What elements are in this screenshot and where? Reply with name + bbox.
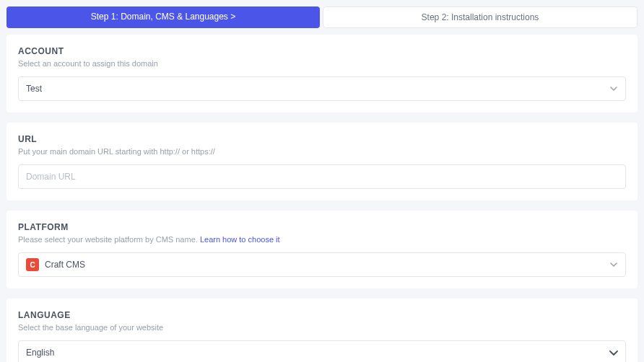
account-subtitle: Select an account to assign this domain (18, 59, 626, 68)
platform-subtitle-text: Please select your website platform by C… (18, 235, 200, 244)
language-title: LANGUAGE (18, 310, 626, 320)
account-card: ACCOUNT Select an account to assign this… (6, 35, 638, 112)
url-input-wrap (18, 164, 626, 189)
platform-select-value: Craft CMS (45, 260, 85, 270)
steps-nav: Step 1: Domain, CMS & Languages > Step 2… (0, 0, 644, 35)
chevron-down-icon (609, 260, 618, 269)
platform-select[interactable]: C Craft CMS (18, 252, 626, 277)
account-select-value: Test (26, 84, 42, 94)
platform-card: PLATFORM Please select your website plat… (6, 211, 638, 288)
language-subtitle: Select the base language of your website (18, 323, 626, 332)
url-subtitle: Put your main domain URL starting with h… (18, 147, 626, 156)
language-card: LANGUAGE Select the base language of you… (6, 299, 638, 362)
chevron-down-icon (609, 84, 618, 93)
platform-subtitle: Please select your website platform by C… (18, 235, 626, 244)
account-select[interactable]: Test (18, 76, 626, 101)
chevron-down-icon (609, 348, 618, 357)
platform-learn-link[interactable]: Learn how to choose it (200, 235, 280, 244)
step-2-tab[interactable]: Step 2: Installation instructions (323, 6, 638, 28)
language-select[interactable]: English (18, 340, 626, 362)
platform-icon: C (26, 258, 39, 271)
step-1-tab[interactable]: Step 1: Domain, CMS & Languages > (6, 6, 320, 28)
account-title: ACCOUNT (18, 46, 626, 56)
url-input[interactable] (26, 172, 618, 182)
language-select-value: English (26, 348, 54, 358)
url-title: URL (18, 134, 626, 144)
platform-title: PLATFORM (18, 222, 626, 232)
url-card: URL Put your main domain URL starting wi… (6, 123, 638, 200)
